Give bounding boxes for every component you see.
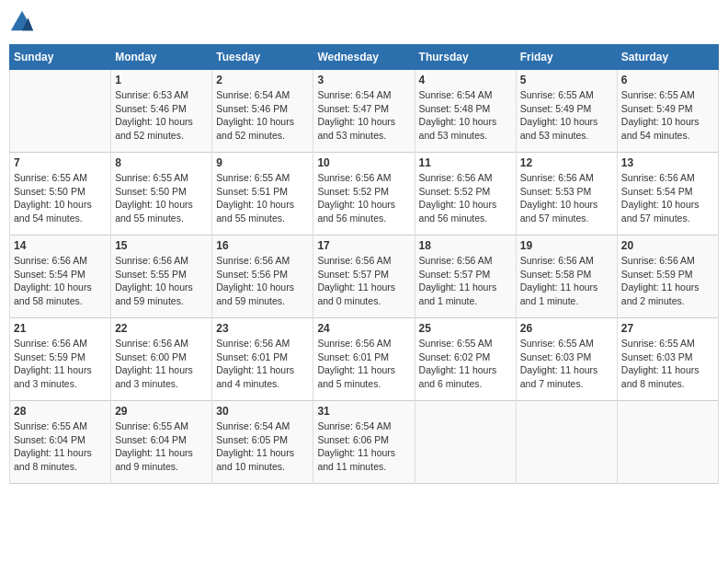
- calendar-cell: 24Sunrise: 6:56 AM Sunset: 6:01 PM Dayli…: [313, 318, 415, 401]
- calendar-cell: 18Sunrise: 6:56 AM Sunset: 5:57 PM Dayli…: [415, 236, 516, 318]
- calendar-cell: 26Sunrise: 6:55 AM Sunset: 6:03 PM Dayli…: [516, 318, 617, 401]
- day-content: Sunrise: 6:55 AM Sunset: 6:03 PM Dayligh…: [621, 337, 714, 391]
- calendar-cell: 8Sunrise: 6:55 AM Sunset: 5:50 PM Daylig…: [111, 153, 212, 236]
- header-row: SundayMondayTuesdayWednesdayThursdayFrid…: [10, 45, 719, 70]
- day-number: 20: [621, 239, 714, 252]
- day-content: Sunrise: 6:55 AM Sunset: 5:50 PM Dayligh…: [14, 171, 107, 225]
- day-number: 1: [115, 74, 208, 86]
- header-cell-tuesday: Tuesday: [212, 45, 313, 70]
- calendar-cell: 23Sunrise: 6:56 AM Sunset: 6:01 PM Dayli…: [212, 318, 313, 401]
- day-number: 16: [216, 239, 309, 252]
- header-cell-friday: Friday: [516, 45, 617, 70]
- day-content: Sunrise: 6:54 AM Sunset: 6:06 PM Dayligh…: [317, 419, 410, 474]
- day-content: Sunrise: 6:56 AM Sunset: 5:55 PM Dayligh…: [115, 254, 208, 308]
- day-number: 22: [115, 322, 208, 335]
- page-header: [9, 9, 719, 35]
- day-number: 12: [520, 156, 613, 169]
- calendar-cell: 28Sunrise: 6:55 AM Sunset: 6:04 PM Dayli…: [10, 401, 111, 484]
- day-number: 23: [216, 322, 309, 335]
- week-row-5: 28Sunrise: 6:55 AM Sunset: 6:04 PM Dayli…: [10, 401, 719, 484]
- day-number: 15: [115, 239, 208, 252]
- day-number: 26: [520, 322, 613, 335]
- week-row-1: 1Sunrise: 6:53 AM Sunset: 5:46 PM Daylig…: [10, 70, 719, 153]
- day-content: Sunrise: 6:56 AM Sunset: 5:56 PM Dayligh…: [216, 254, 309, 308]
- day-content: Sunrise: 6:54 AM Sunset: 5:48 PM Dayligh…: [419, 88, 512, 143]
- calendar-cell: 3Sunrise: 6:54 AM Sunset: 5:47 PM Daylig…: [313, 70, 415, 153]
- calendar-cell: 6Sunrise: 6:55 AM Sunset: 5:49 PM Daylig…: [617, 70, 718, 153]
- day-content: Sunrise: 6:55 AM Sunset: 6:04 PM Dayligh…: [115, 419, 208, 474]
- calendar-cell: 29Sunrise: 6:55 AM Sunset: 6:04 PM Dayli…: [111, 401, 212, 484]
- day-content: Sunrise: 6:56 AM Sunset: 5:54 PM Dayligh…: [14, 254, 107, 308]
- day-content: Sunrise: 6:56 AM Sunset: 5:54 PM Dayligh…: [621, 171, 714, 225]
- day-number: 21: [14, 322, 107, 335]
- calendar-cell: 5Sunrise: 6:55 AM Sunset: 5:49 PM Daylig…: [516, 70, 617, 153]
- day-content: Sunrise: 6:53 AM Sunset: 5:46 PM Dayligh…: [115, 88, 208, 143]
- day-number: 2: [216, 74, 309, 86]
- calendar-cell: 10Sunrise: 6:56 AM Sunset: 5:52 PM Dayli…: [313, 153, 415, 236]
- calendar-cell: 14Sunrise: 6:56 AM Sunset: 5:54 PM Dayli…: [10, 236, 111, 318]
- day-number: 3: [317, 74, 410, 86]
- day-number: 11: [419, 156, 512, 169]
- day-content: Sunrise: 6:56 AM Sunset: 6:01 PM Dayligh…: [317, 337, 410, 391]
- day-content: Sunrise: 6:54 AM Sunset: 5:47 PM Dayligh…: [317, 88, 410, 143]
- day-content: Sunrise: 6:55 AM Sunset: 5:50 PM Dayligh…: [115, 171, 208, 225]
- header-cell-thursday: Thursday: [415, 45, 516, 70]
- day-number: 14: [14, 239, 107, 252]
- day-number: 27: [621, 322, 714, 335]
- header-cell-monday: Monday: [111, 45, 212, 70]
- day-number: 8: [115, 156, 208, 169]
- calendar-cell: 13Sunrise: 6:56 AM Sunset: 5:54 PM Dayli…: [617, 153, 718, 236]
- calendar-cell: 15Sunrise: 6:56 AM Sunset: 5:55 PM Dayli…: [111, 236, 212, 318]
- day-number: 17: [317, 239, 410, 252]
- day-content: Sunrise: 6:55 AM Sunset: 6:02 PM Dayligh…: [419, 337, 512, 391]
- calendar-cell: 19Sunrise: 6:56 AM Sunset: 5:58 PM Dayli…: [516, 236, 617, 318]
- day-content: Sunrise: 6:55 AM Sunset: 5:51 PM Dayligh…: [216, 171, 309, 225]
- week-row-3: 14Sunrise: 6:56 AM Sunset: 5:54 PM Dayli…: [10, 236, 719, 318]
- day-content: Sunrise: 6:55 AM Sunset: 5:49 PM Dayligh…: [520, 88, 613, 143]
- day-number: 13: [621, 156, 714, 169]
- day-number: 18: [419, 239, 512, 252]
- day-content: Sunrise: 6:56 AM Sunset: 5:59 PM Dayligh…: [14, 337, 107, 391]
- day-content: Sunrise: 6:55 AM Sunset: 6:04 PM Dayligh…: [14, 419, 107, 474]
- day-content: Sunrise: 6:56 AM Sunset: 5:58 PM Dayligh…: [520, 254, 613, 308]
- logo-icon: [9, 9, 35, 35]
- calendar-cell: 31Sunrise: 6:54 AM Sunset: 6:06 PM Dayli…: [313, 401, 415, 484]
- header-cell-wednesday: Wednesday: [313, 45, 415, 70]
- day-content: Sunrise: 6:56 AM Sunset: 5:57 PM Dayligh…: [317, 254, 410, 308]
- calendar-cell: 20Sunrise: 6:56 AM Sunset: 5:59 PM Dayli…: [617, 236, 718, 318]
- calendar-cell: [10, 70, 111, 153]
- day-content: Sunrise: 6:56 AM Sunset: 5:52 PM Dayligh…: [419, 171, 512, 225]
- calendar-cell: 11Sunrise: 6:56 AM Sunset: 5:52 PM Dayli…: [415, 153, 516, 236]
- day-number: 29: [115, 405, 208, 418]
- day-content: Sunrise: 6:55 AM Sunset: 6:03 PM Dayligh…: [520, 337, 613, 391]
- calendar-cell: 12Sunrise: 6:56 AM Sunset: 5:53 PM Dayli…: [516, 153, 617, 236]
- calendar-cell: 9Sunrise: 6:55 AM Sunset: 5:51 PM Daylig…: [212, 153, 313, 236]
- day-number: 5: [520, 74, 613, 86]
- week-row-2: 7Sunrise: 6:55 AM Sunset: 5:50 PM Daylig…: [10, 153, 719, 236]
- calendar-cell: 22Sunrise: 6:56 AM Sunset: 6:00 PM Dayli…: [111, 318, 212, 401]
- day-content: Sunrise: 6:55 AM Sunset: 5:49 PM Dayligh…: [621, 88, 714, 143]
- calendar-cell: 21Sunrise: 6:56 AM Sunset: 5:59 PM Dayli…: [10, 318, 111, 401]
- calendar-cell: [415, 401, 516, 484]
- calendar-cell: 25Sunrise: 6:55 AM Sunset: 6:02 PM Dayli…: [415, 318, 516, 401]
- calendar-cell: 17Sunrise: 6:56 AM Sunset: 5:57 PM Dayli…: [313, 236, 415, 318]
- calendar-cell: 30Sunrise: 6:54 AM Sunset: 6:05 PM Dayli…: [212, 401, 313, 484]
- day-number: 7: [14, 156, 107, 169]
- day-number: 4: [419, 74, 512, 86]
- day-content: Sunrise: 6:56 AM Sunset: 5:52 PM Dayligh…: [317, 171, 410, 225]
- day-content: Sunrise: 6:56 AM Sunset: 6:01 PM Dayligh…: [216, 337, 309, 391]
- day-content: Sunrise: 6:56 AM Sunset: 5:53 PM Dayligh…: [520, 171, 613, 225]
- day-number: 28: [14, 405, 107, 418]
- day-number: 19: [520, 239, 613, 252]
- week-row-4: 21Sunrise: 6:56 AM Sunset: 5:59 PM Dayli…: [10, 318, 719, 401]
- calendar-cell: [516, 401, 617, 484]
- day-number: 25: [419, 322, 512, 335]
- header-cell-sunday: Sunday: [10, 45, 111, 70]
- day-number: 30: [216, 405, 309, 418]
- day-number: 24: [317, 322, 410, 335]
- calendar-cell: 2Sunrise: 6:54 AM Sunset: 5:46 PM Daylig…: [212, 70, 313, 153]
- day-number: 6: [621, 74, 714, 86]
- day-number: 9: [216, 156, 309, 169]
- calendar-cell: [617, 401, 718, 484]
- day-content: Sunrise: 6:54 AM Sunset: 5:46 PM Dayligh…: [216, 88, 309, 143]
